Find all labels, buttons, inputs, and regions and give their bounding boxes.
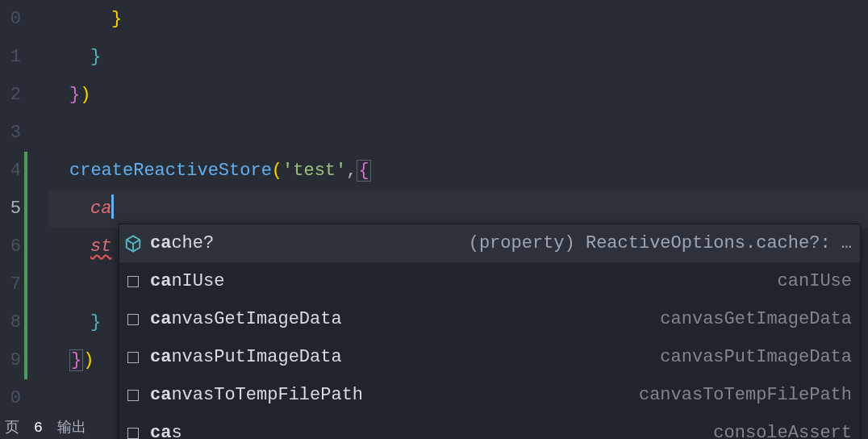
suggest-label: cas bbox=[150, 414, 182, 439]
comma: , bbox=[346, 161, 357, 181]
line-number: 6 bbox=[0, 228, 24, 265]
line-number-gutter: 0 1 2 3 4 5 6 7 8 9 0 bbox=[0, 0, 24, 439]
code-line[interactable] bbox=[48, 114, 868, 152]
symbol-icon bbox=[124, 424, 142, 440]
paren-close: ) bbox=[80, 85, 90, 105]
suggest-item-canvastotempfilepath[interactable]: canvasToTempFilePath canvasToTempFilePat… bbox=[119, 376, 860, 414]
suggest-item-canvasgetimagedata[interactable]: canvasGetImageData canvasGetImageData bbox=[119, 300, 860, 338]
code-line-active[interactable]: ca bbox=[48, 190, 868, 228]
code-line[interactable]: }) bbox=[48, 76, 868, 114]
brace-close-matched: } bbox=[69, 349, 83, 371]
paren-close: ) bbox=[83, 350, 94, 370]
text-cursor bbox=[111, 194, 114, 219]
incomplete-identifier: st bbox=[90, 236, 111, 257]
symbol-icon bbox=[124, 273, 142, 291]
line-number: 8 bbox=[0, 303, 24, 341]
suggest-item-caniuse[interactable]: canIUse canIUse bbox=[119, 262, 860, 300]
suggest-detail: consoleAssert bbox=[713, 414, 852, 439]
suggest-label: cache? bbox=[150, 224, 214, 262]
symbol-icon bbox=[124, 349, 142, 366]
panel-tab-output[interactable]: 输出 bbox=[57, 416, 86, 439]
suggest-label: canvasToTempFilePath bbox=[150, 376, 363, 414]
line-number: 0 bbox=[0, 379, 24, 417]
suggest-detail: canvasToTempFilePath bbox=[639, 376, 852, 414]
line-number-active: 5 bbox=[0, 190, 24, 228]
symbol-icon bbox=[124, 387, 142, 404]
suggest-label: canIUse bbox=[150, 262, 224, 300]
autocomplete-popup[interactable]: cache? (property) ReactiveOptions.cache?… bbox=[119, 224, 861, 439]
line-number: 0 bbox=[0, 0, 24, 38]
line-number: 1 bbox=[0, 38, 24, 76]
line-number: 3 bbox=[0, 114, 24, 152]
suggest-label: canvasGetImageData bbox=[150, 300, 342, 338]
line-number: 2 bbox=[0, 76, 24, 114]
paren-open: ( bbox=[272, 161, 282, 181]
string-literal: 'test' bbox=[282, 161, 346, 181]
suggest-detail: (property) ReactiveOptions.cache?: … bbox=[469, 224, 852, 262]
symbol-icon bbox=[124, 311, 142, 328]
code-line[interactable]: } bbox=[48, 38, 868, 76]
suggest-item-cache[interactable]: cache? (property) ReactiveOptions.cache?… bbox=[119, 224, 860, 262]
line-number: 4 bbox=[0, 152, 24, 190]
brace-close: } bbox=[111, 9, 122, 29]
suggest-item-canvasputimagedata[interactable]: canvasPutImageData canvasPutImageData bbox=[119, 338, 860, 376]
brace-open-matched: { bbox=[357, 160, 370, 182]
line-number: 7 bbox=[0, 265, 24, 303]
brace-close: } bbox=[90, 312, 101, 332]
brace-close: } bbox=[90, 47, 101, 67]
property-icon bbox=[124, 235, 142, 253]
suggest-detail: canIUse bbox=[778, 262, 852, 300]
line-number: 9 bbox=[0, 341, 24, 379]
suggest-item-cas[interactable]: cas consoleAssert bbox=[119, 414, 860, 439]
suggest-label: canvasPutImageData bbox=[150, 338, 342, 376]
typed-text: ca bbox=[90, 199, 111, 219]
problems-count[interactable]: 6 bbox=[34, 416, 43, 439]
suggest-detail: canvasGetImageData bbox=[660, 300, 852, 338]
function-call: createReactiveStore bbox=[69, 161, 272, 181]
panel-tab-fragment[interactable]: 页 bbox=[5, 416, 19, 439]
code-line[interactable]: } bbox=[48, 0, 868, 38]
brace-close: } bbox=[69, 85, 80, 105]
bottom-panel-strip: 页 6 输出 bbox=[0, 416, 86, 439]
code-line[interactable]: createReactiveStore('test',{ bbox=[48, 152, 868, 190]
suggest-detail: canvasPutImageData bbox=[660, 338, 852, 376]
